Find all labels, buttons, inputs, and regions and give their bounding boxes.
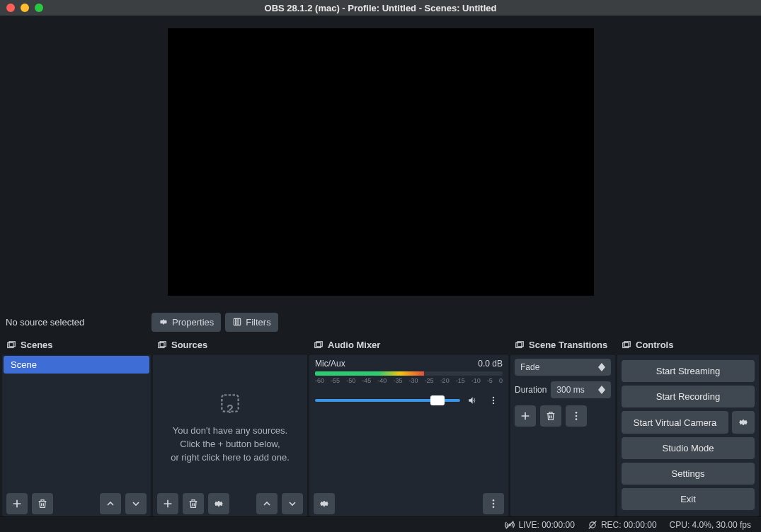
sources-dock-header[interactable]: Sources bbox=[153, 336, 307, 354]
preview-area bbox=[0, 16, 761, 308]
svg-point-30 bbox=[576, 415, 578, 417]
statusbar: LIVE: 00:00:00 REC: 00:00:00 CPU: 4.0%, … bbox=[0, 516, 761, 532]
select-spinner-icon bbox=[598, 363, 605, 371]
plus-icon bbox=[162, 498, 173, 509]
sources-empty-line3: or right click here to add one. bbox=[153, 451, 307, 465]
stepper-icon bbox=[598, 386, 605, 394]
svg-rect-14 bbox=[316, 341, 322, 346]
move-source-down-button[interactable] bbox=[282, 493, 303, 514]
filters-label: Filters bbox=[246, 317, 270, 328]
chevron-up-icon bbox=[105, 498, 116, 509]
sources-dock: Sources ? You don't have any sources. Cl… bbox=[153, 336, 307, 516]
exit-button[interactable]: Exit bbox=[622, 488, 755, 510]
svg-point-18 bbox=[493, 499, 495, 502]
add-transition-button[interactable] bbox=[515, 405, 536, 427]
audio-mixer-dock-header[interactable]: Audio Mixer bbox=[309, 336, 508, 354]
status-rec: REC: 00:00:00 bbox=[601, 520, 657, 530]
scene-item[interactable]: Scene bbox=[4, 356, 149, 374]
audio-mixer-dock: Audio Mixer Mic/Aux 0.0 dB -60-55-50-45-… bbox=[309, 336, 508, 516]
trash-icon bbox=[545, 410, 556, 422]
filters-button[interactable]: Filters bbox=[225, 313, 277, 332]
add-source-button[interactable] bbox=[157, 493, 178, 514]
audio-mixer-title: Audio Mixer bbox=[328, 340, 380, 350]
gear-icon bbox=[319, 498, 330, 509]
scene-transitions-dock-header[interactable]: Scene Transitions bbox=[510, 336, 615, 354]
source-status-text: No source selected bbox=[6, 317, 147, 328]
record-icon bbox=[588, 520, 597, 530]
window-maximize-button[interactable] bbox=[35, 4, 43, 12]
sources-empty-line2: Click the + button below, bbox=[153, 438, 307, 451]
sources-empty-line1: You don't have any sources. bbox=[153, 424, 307, 438]
sources-title: Sources bbox=[171, 340, 207, 350]
sources-list[interactable]: ? You don't have any sources. Click the … bbox=[153, 354, 307, 491]
plus-icon bbox=[11, 498, 23, 509]
filters-icon bbox=[232, 317, 242, 327]
dock-icon bbox=[314, 340, 324, 350]
svg-rect-13 bbox=[315, 342, 321, 347]
move-source-up-button[interactable] bbox=[256, 493, 277, 514]
dock-icon bbox=[622, 340, 631, 350]
transition-properties-button[interactable] bbox=[566, 405, 587, 427]
trash-icon bbox=[188, 498, 199, 509]
advanced-audio-button[interactable] bbox=[314, 493, 335, 514]
broadcast-icon bbox=[505, 520, 515, 530]
properties-button[interactable]: Properties bbox=[151, 313, 221, 332]
vu-meter bbox=[315, 371, 503, 376]
audio-channel-name: Mic/Aux bbox=[315, 359, 345, 369]
chevron-down-icon bbox=[130, 498, 142, 509]
start-virtual-camera-button[interactable]: Start Virtual Camera bbox=[622, 411, 728, 434]
move-scene-down-button[interactable] bbox=[125, 493, 147, 514]
plus-icon bbox=[520, 410, 531, 422]
svg-point-20 bbox=[493, 506, 495, 508]
remove-source-button[interactable] bbox=[183, 493, 204, 514]
svg-point-16 bbox=[493, 400, 494, 401]
virtual-camera-settings-button[interactable] bbox=[732, 411, 755, 434]
settings-button[interactable]: Settings bbox=[622, 463, 755, 485]
svg-rect-9 bbox=[160, 341, 166, 346]
scenes-title: Scenes bbox=[21, 340, 53, 350]
transition-select[interactable]: Fade bbox=[515, 359, 611, 376]
gear-icon bbox=[213, 498, 224, 509]
chevron-down-icon bbox=[287, 498, 298, 509]
trash-icon bbox=[37, 498, 48, 509]
audio-mixer-menu-button[interactable] bbox=[483, 493, 504, 514]
status-live: LIVE: 00:00:00 bbox=[518, 520, 574, 530]
vu-ticks: -60-55-50-45-40-35-30-25-20-15-10-50 bbox=[315, 377, 503, 384]
start-recording-button[interactable]: Start Recording bbox=[622, 386, 755, 407]
duration-input[interactable]: 300 ms bbox=[551, 381, 611, 398]
studio-mode-button[interactable]: Studio Mode bbox=[622, 437, 755, 459]
dock-icon bbox=[6, 340, 16, 350]
status-cpu: CPU: 4.0%, 30.00 fps bbox=[670, 520, 751, 530]
preview-canvas[interactable] bbox=[168, 28, 594, 296]
scene-transitions-title: Scene Transitions bbox=[529, 340, 607, 350]
add-scene-button[interactable] bbox=[6, 493, 28, 514]
mute-button[interactable] bbox=[463, 391, 481, 410]
source-properties-button[interactable] bbox=[208, 493, 229, 514]
audio-options-button[interactable] bbox=[484, 391, 503, 410]
audio-channel: Mic/Aux 0.0 dB -60-55-50-45-40-35-30-25-… bbox=[309, 354, 508, 414]
duration-value: 300 ms bbox=[556, 385, 584, 395]
remove-scene-button[interactable] bbox=[32, 493, 53, 514]
audio-channel-level: 0.0 dB bbox=[478, 359, 503, 369]
svg-rect-21 bbox=[516, 342, 522, 347]
scenes-dock: Scenes Scene bbox=[2, 336, 151, 516]
properties-label: Properties bbox=[172, 317, 214, 328]
svg-rect-33 bbox=[624, 341, 630, 346]
svg-rect-32 bbox=[623, 342, 629, 347]
volume-slider[interactable] bbox=[315, 399, 460, 402]
start-streaming-button[interactable]: Start Streaming bbox=[622, 360, 755, 382]
svg-point-19 bbox=[493, 503, 495, 505]
window-close-button[interactable] bbox=[6, 4, 15, 12]
gear-icon bbox=[738, 417, 749, 428]
controls-dock: Controls Start Streaming Start Recording… bbox=[617, 336, 759, 516]
svg-rect-22 bbox=[517, 341, 523, 346]
scenes-dock-header[interactable]: Scenes bbox=[2, 336, 151, 354]
more-vertical-icon bbox=[571, 410, 582, 422]
move-scene-up-button[interactable] bbox=[100, 493, 121, 514]
controls-dock-header[interactable]: Controls bbox=[617, 336, 759, 354]
remove-transition-button[interactable] bbox=[540, 405, 561, 427]
scenes-list[interactable]: Scene bbox=[2, 354, 151, 491]
svg-point-15 bbox=[493, 397, 494, 398]
window-minimize-button[interactable] bbox=[21, 4, 29, 12]
svg-point-31 bbox=[576, 418, 578, 420]
